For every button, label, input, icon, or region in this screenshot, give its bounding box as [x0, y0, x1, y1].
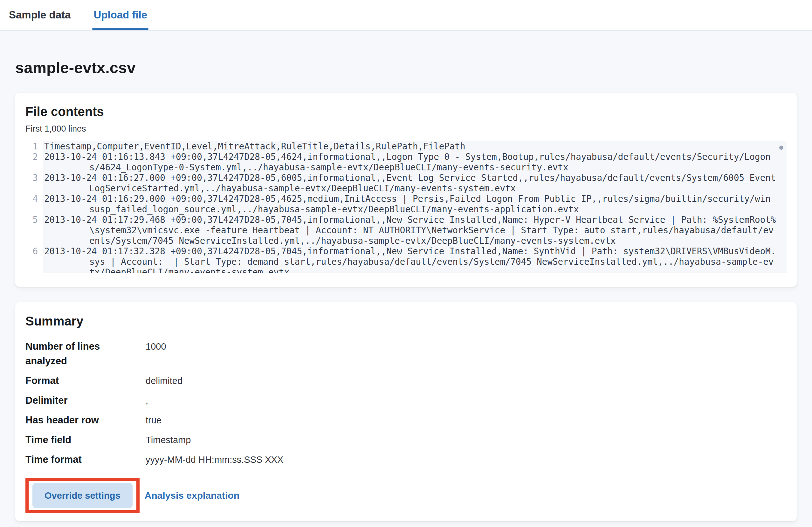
- tab-bar: Sample data Upload file: [0, 0, 812, 30]
- summary-heading: Summary: [26, 313, 786, 329]
- summary-label: Time field: [26, 433, 121, 447]
- summary-value: Timestamp: [146, 433, 786, 447]
- file-contents-panel: File contents First 1,000 lines 1 Timest…: [15, 93, 797, 287]
- line-text: 2013-10-24 01:16:13.843 +09:00,37L4247D2…: [43, 151, 786, 173]
- summary-row: Time format yyyy-MM-dd HH:mm:ss.SSS XXX: [26, 450, 786, 469]
- summary-row: Number of lines analyzed 1000: [26, 337, 786, 371]
- tab-sample-data[interactable]: Sample data: [8, 0, 72, 30]
- summary-label: Time format: [26, 452, 121, 467]
- summary-panel: Summary Number of lines analyzed 1000 Fo…: [15, 302, 797, 521]
- summary-value: ,: [146, 393, 786, 408]
- summary-row: Delimiter ,: [26, 391, 786, 410]
- code-line: 1 Timestamp,Computer,EventID,Level,Mitre…: [26, 141, 786, 151]
- scrollbar-thumb[interactable]: [779, 146, 783, 150]
- line-number: 6: [26, 246, 43, 273]
- line-number: 5: [26, 215, 43, 246]
- page-content: sample-evtx.csv File contents First 1,00…: [0, 58, 812, 521]
- code-line: 3 2013-10-24 01:16:27.000 +09:00,37L4247…: [26, 173, 786, 193]
- line-text: 2013-10-24 01:17:32.328 +09:00,37L4247D2…: [43, 246, 786, 273]
- line-text: 2013-10-24 01:16:27.000 +09:00,37L4247D2…: [43, 173, 786, 193]
- line-number: 1: [26, 141, 43, 151]
- summary-label: Number of lines analyzed: [26, 339, 121, 368]
- override-settings-button[interactable]: Override settings: [32, 483, 133, 508]
- file-contents-subtitle: First 1,000 lines: [26, 123, 786, 134]
- line-number: 3: [26, 173, 43, 193]
- summary-value: true: [146, 413, 786, 427]
- page-title: sample-evtx.csv: [15, 58, 797, 77]
- code-line: 5 2013-10-24 01:17:29.468 +09:00,37L4247…: [26, 215, 786, 246]
- code-line: 6 2013-10-24 01:17:32.328 +09:00,37L4247…: [26, 246, 786, 273]
- summary-value: delimited: [146, 374, 786, 388]
- summary-label: Format: [26, 374, 121, 388]
- line-text: 2013-10-24 01:16:29.000 +09:00,37L4247D2…: [43, 193, 786, 215]
- summary-actions: Override settings Analysis explanation: [26, 478, 786, 513]
- summary-row: Format delimited: [26, 371, 786, 391]
- code-line: 2 2013-10-24 01:16:13.843 +09:00,37L4247…: [26, 151, 786, 173]
- analysis-explanation-link[interactable]: Analysis explanation: [145, 490, 240, 501]
- tab-upload-file[interactable]: Upload file: [92, 0, 148, 30]
- summary-label: Has header row: [26, 413, 121, 427]
- line-number: 4: [26, 193, 43, 215]
- line-text: Timestamp,Computer,EventID,Level,MitreAt…: [43, 141, 786, 151]
- summary-value: 1000: [146, 339, 786, 368]
- file-preview-codeblock[interactable]: 1 Timestamp,Computer,EventID,Level,Mitre…: [26, 141, 786, 273]
- summary-value: yyyy-MM-dd HH:mm:ss.SSS XXX: [146, 452, 786, 467]
- summary-label: Delimiter: [26, 393, 121, 408]
- summary-list: Number of lines analyzed 1000 Format del…: [26, 337, 786, 469]
- code-line: 4 2013-10-24 01:16:29.000 +09:00,37L4247…: [26, 193, 786, 215]
- annotation-highlight-box: Override settings: [26, 478, 140, 513]
- file-contents-heading: File contents: [26, 104, 786, 119]
- line-number: 2: [26, 151, 43, 173]
- line-text: 2013-10-24 01:17:29.468 +09:00,37L4247D2…: [43, 215, 786, 246]
- summary-row: Time field Timestamp: [26, 430, 786, 450]
- summary-row: Has header row true: [26, 410, 786, 430]
